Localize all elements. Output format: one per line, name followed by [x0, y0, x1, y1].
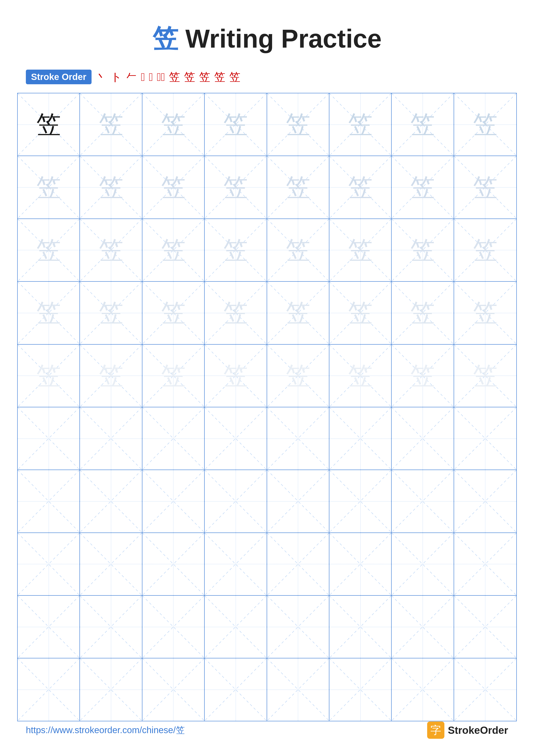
grid-cell[interactable]	[205, 470, 267, 532]
svg-line-136	[267, 596, 329, 658]
grid-cell[interactable]: 笠	[267, 345, 329, 407]
grid-cell[interactable]: 笠	[267, 219, 329, 281]
grid-cell[interactable]: 笠	[329, 345, 392, 407]
grid-cell[interactable]	[142, 659, 205, 721]
svg-line-143	[454, 596, 516, 658]
grid-cell[interactable]	[267, 659, 329, 721]
cell-char: 笠	[223, 363, 248, 388]
grid-cell[interactable]	[454, 470, 516, 532]
grid-cell[interactable]: 笠	[454, 282, 516, 344]
grid-cell[interactable]	[205, 533, 267, 595]
grid-cell[interactable]: 笠	[142, 219, 205, 281]
grid-cell[interactable]	[329, 596, 392, 658]
grid-cell[interactable]	[392, 596, 454, 658]
grid-cell[interactable]	[267, 407, 329, 470]
grid-cell[interactable]: 笠	[18, 93, 80, 156]
cell-char: 笠	[286, 300, 310, 325]
grid-cell[interactable]	[80, 596, 142, 658]
grid-cell[interactable]	[392, 533, 454, 595]
grid-cell[interactable]: 笠	[329, 282, 392, 344]
svg-line-138	[329, 596, 391, 658]
grid-cell[interactable]: 笠	[142, 345, 205, 407]
svg-line-151	[205, 659, 267, 721]
grid-cell[interactable]: 笠	[392, 156, 454, 218]
svg-line-88	[267, 407, 329, 470]
cell-char: 笠	[286, 363, 310, 388]
grid-cell[interactable]	[80, 407, 142, 470]
grid-cell[interactable]: 笠	[454, 219, 516, 281]
grid-cell[interactable]	[18, 407, 80, 470]
grid-cell[interactable]	[454, 659, 516, 721]
grid-cell[interactable]	[80, 470, 142, 532]
grid-cell[interactable]: 笠	[142, 156, 205, 218]
svg-line-153	[267, 659, 329, 721]
grid-cell[interactable]	[267, 596, 329, 658]
grid-cell[interactable]: 笠	[80, 282, 142, 344]
cell-char: 笠	[36, 175, 61, 200]
grid-cell[interactable]: 笠	[205, 219, 267, 281]
grid-cell[interactable]	[205, 407, 267, 470]
svg-line-87	[205, 407, 267, 470]
grid-cell[interactable]: 笠	[329, 219, 392, 281]
grid-cell[interactable]: 笠	[205, 156, 267, 218]
grid-cell[interactable]	[205, 596, 267, 658]
grid-cell[interactable]: 笠	[329, 156, 392, 218]
grid-cell[interactable]: 笠	[142, 282, 205, 344]
grid-cell[interactable]	[142, 407, 205, 470]
grid-cell[interactable]	[142, 596, 205, 658]
grid-cell[interactable]	[18, 659, 80, 721]
grid-cell[interactable]: 笠	[142, 93, 205, 156]
svg-line-90	[329, 407, 391, 470]
grid-cell[interactable]	[18, 533, 80, 595]
grid-cell[interactable]: 笠	[392, 219, 454, 281]
grid-cell[interactable]: 笠	[18, 156, 80, 218]
svg-line-123	[329, 533, 391, 595]
stroke-step-6: 𠃋丶	[157, 71, 165, 83]
grid-cell[interactable]	[454, 407, 516, 470]
grid-cell[interactable]	[329, 533, 392, 595]
grid-cell[interactable]: 笠	[205, 345, 267, 407]
title-text: Writing Practice	[178, 24, 382, 53]
grid-cell[interactable]	[142, 470, 205, 532]
grid-cell[interactable]	[329, 659, 392, 721]
grid-cell[interactable]	[392, 407, 454, 470]
grid-cell[interactable]: 笠	[80, 219, 142, 281]
grid-cell[interactable]: 笠	[454, 93, 516, 156]
grid-cell[interactable]	[454, 533, 516, 595]
grid-cell[interactable]	[329, 470, 392, 532]
grid-cell[interactable]: 笠	[80, 345, 142, 407]
grid-cell[interactable]	[80, 533, 142, 595]
svg-line-117	[142, 533, 204, 595]
grid-cell[interactable]	[18, 596, 80, 658]
svg-line-86	[205, 407, 267, 470]
grid-cell[interactable]: 笠	[80, 93, 142, 156]
grid-cell[interactable]: 笠	[80, 156, 142, 218]
grid-cell[interactable]: 笠	[205, 93, 267, 156]
grid-cell[interactable]: 笠	[454, 345, 516, 407]
grid-cell[interactable]: 笠	[392, 345, 454, 407]
grid-cell[interactable]	[329, 407, 392, 470]
svg-line-159	[454, 659, 516, 721]
grid-cell[interactable]: 笠	[267, 93, 329, 156]
grid-cell[interactable]: 笠	[392, 93, 454, 156]
grid-cell[interactable]	[142, 533, 205, 595]
grid-cell[interactable]: 笠	[454, 156, 516, 218]
grid-cell[interactable]	[392, 470, 454, 532]
grid-cell[interactable]	[454, 596, 516, 658]
grid-cell[interactable]	[267, 470, 329, 532]
footer-url[interactable]: https://www.strokeorder.com/chinese/笠	[26, 724, 185, 736]
grid-cell[interactable]	[392, 659, 454, 721]
grid-cell[interactable]: 笠	[18, 282, 80, 344]
svg-line-140	[392, 596, 453, 658]
grid-cell[interactable]: 笠	[18, 345, 80, 407]
grid-cell[interactable]: 笠	[267, 282, 329, 344]
grid-cell[interactable]: 笠	[18, 219, 80, 281]
grid-cell[interactable]: 笠	[267, 156, 329, 218]
grid-cell[interactable]	[18, 470, 80, 532]
grid-cell[interactable]	[80, 659, 142, 721]
grid-cell[interactable]	[205, 659, 267, 721]
grid-cell[interactable]: 笠	[205, 282, 267, 344]
grid-cell[interactable]: 笠	[392, 282, 454, 344]
grid-cell[interactable]	[267, 533, 329, 595]
grid-cell[interactable]: 笠	[329, 93, 392, 156]
